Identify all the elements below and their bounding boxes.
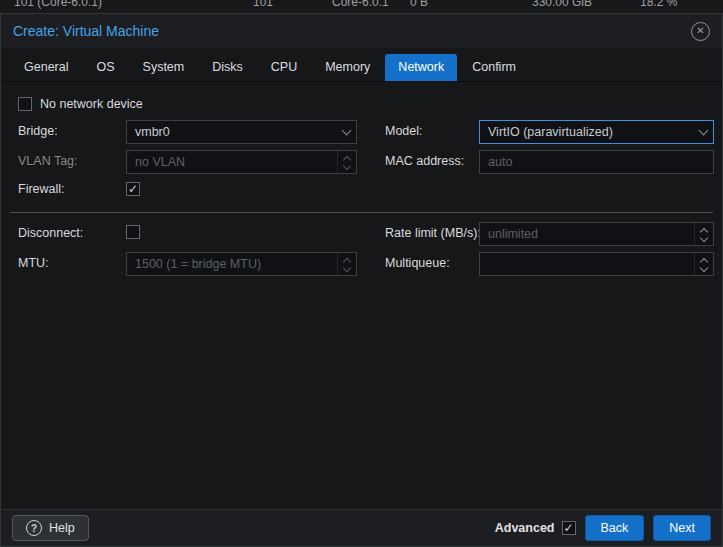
help-button[interactable]: ? Help [12,515,89,541]
spinner-buttons[interactable] [694,223,713,245]
spinner-down-icon[interactable] [700,264,708,272]
model-label: Model: [385,124,423,138]
spinner-down-icon[interactable] [343,162,351,170]
background-table-row: 101 (Core-6.0.1) 101 Core-6.0.1 0 B 330.… [0,0,723,13]
tab-network[interactable]: Network [385,54,457,81]
rate-limit-input[interactable] [480,223,694,245]
mtu-spinner[interactable] [126,252,357,276]
next-button[interactable]: Next [653,515,711,541]
mac-address-field[interactable] [479,150,714,174]
bg-cell-size: 0 B [410,0,428,9]
model-value: VirtIO (paravirtualized) [480,125,693,139]
advanced-label: Advanced [495,521,555,535]
network-form: No network device Bridge: vmbr0 Model: V… [1,82,722,509]
vlan-tag-input[interactable] [127,151,337,173]
rate-limit-label: Rate limit (MB/s): [385,226,481,240]
mac-address-input[interactable] [480,151,713,173]
tab-general[interactable]: General [11,54,81,81]
tab-memory[interactable]: Memory [312,54,383,81]
checkmark-icon: ✓ [128,183,138,195]
tab-disks[interactable]: Disks [199,54,256,81]
tab-os[interactable]: OS [83,54,127,81]
bridge-value: vmbr0 [127,125,336,139]
bg-cell-vm-name: 101 (Core-6.0.1) [14,0,102,9]
tab-confirm[interactable]: Confirm [459,54,529,81]
vlan-tag-label: VLAN Tag: [18,154,78,168]
help-icon: ? [26,520,42,536]
tab-system[interactable]: System [130,54,198,81]
spinner-buttons[interactable] [337,253,356,275]
screen: 101 (Core-6.0.1) 101 Core-6.0.1 0 B 330.… [0,0,723,547]
bridge-combobox[interactable]: vmbr0 [126,120,357,144]
help-label: Help [49,521,75,535]
chevron-down-icon[interactable] [693,121,713,143]
mtu-label: MTU: [18,256,49,270]
spinner-down-icon[interactable] [343,264,351,272]
section-divider [10,212,713,213]
back-button[interactable]: Back [585,515,645,541]
close-icon[interactable]: ✕ [691,22,710,41]
bg-cell-name: Core-6.0.1 [332,0,389,9]
spinner-buttons[interactable] [694,253,713,275]
checkmark-icon: ✓ [563,522,573,534]
multiqueue-spinner[interactable] [479,252,714,276]
chevron-down-icon[interactable] [336,121,356,143]
footer-actions: Advanced ✓ Back Next [495,515,711,541]
tab-cpu[interactable]: CPU [258,54,310,81]
tab-bar: General OS System Disks CPU Memory Netwo… [1,48,722,82]
disconnect-label: Disconnect: [18,226,83,240]
vlan-tag-spinner[interactable] [126,150,357,174]
mtu-input[interactable] [127,253,337,275]
no-network-device-label: No network device [40,97,143,111]
firewall-checkbox[interactable]: ✓ [126,182,140,196]
multiqueue-label: Multiqueue: [385,256,450,270]
bg-cell-percent: 18.2 % [640,0,677,9]
create-vm-dialog: Create: Virtual Machine ✕ General OS Sys… [0,13,723,547]
firewall-label: Firewall: [18,182,65,196]
dialog-title: Create: Virtual Machine [13,23,159,39]
disconnect-checkbox[interactable] [126,225,140,239]
rate-limit-spinner[interactable] [479,222,714,246]
model-combobox[interactable]: VirtIO (paravirtualized) [479,120,714,144]
dialog-header: Create: Virtual Machine ✕ [1,14,722,48]
bridge-label: Bridge: [18,124,58,138]
bg-cell-vmid: 101 [253,0,273,9]
advanced-checkbox[interactable]: ✓ [562,521,576,535]
dialog-footer: ? Help Advanced ✓ Back Next [1,509,722,546]
spinner-down-icon[interactable] [700,234,708,242]
bg-cell-capacity: 330.00 GiB [532,0,592,9]
spinner-buttons[interactable] [337,151,356,173]
mac-address-label: MAC address: [385,154,464,168]
multiqueue-input[interactable] [480,253,694,275]
no-network-device-checkbox[interactable] [18,97,32,111]
